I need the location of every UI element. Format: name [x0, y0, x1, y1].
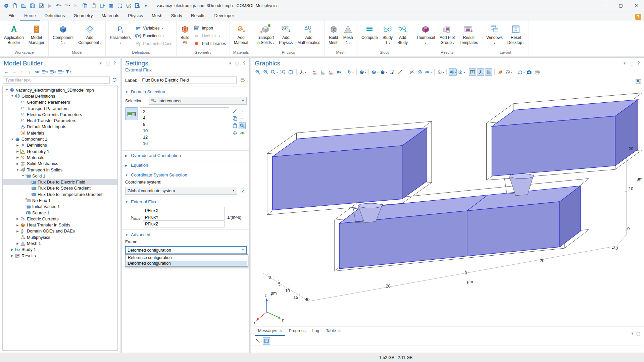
add-component-button[interactable]: AddComponent ▾ [76, 22, 104, 50]
tree-item[interactable]: PiHeat Transfer Parameters [3, 117, 117, 123]
tree-item[interactable]: PiTransport Parameters [3, 105, 117, 111]
color-theme-button[interactable]: ▾ [505, 68, 513, 76]
rotate-view-button[interactable]: ↻▾ [347, 68, 354, 76]
tree-item[interactable]: DInitial Values 1 [3, 204, 117, 210]
show-bounding-box-button[interactable] [469, 68, 476, 76]
ribbon-tab-geometry[interactable]: Geometry [69, 11, 97, 21]
expand-arrow-icon[interactable]: ▶ [15, 217, 20, 220]
tree-item[interactable]: ▶Materials [3, 154, 117, 160]
study-1-button[interactable]: Study1 ▾ [380, 22, 395, 50]
import-button[interactable]: Import [194, 25, 226, 32]
ribbon-tab-file[interactable]: File [4, 11, 20, 21]
model-tree-node-text-button[interactable]: ▾ [57, 68, 64, 75]
go-back-button[interactable]: ← [3, 68, 10, 75]
save-button[interactable] [28, 1, 37, 10]
tree-item[interactable]: ▼vacancy_electromigration_3Dmodel.mph [3, 87, 117, 93]
view-unhidden-button[interactable]: ▾ [424, 68, 432, 76]
parameters-button[interactable]: PiParameters▾ [107, 22, 133, 50]
environment-reflections-button[interactable]: ▾ [517, 68, 525, 76]
build-mesh-button[interactable]: BuildMesh [326, 22, 341, 50]
thumbnail-button[interactable]: Thumbnail▾ [414, 22, 437, 50]
pointer-icon[interactable] [254, 337, 261, 345]
expand-arrow-icon[interactable]: ▶ [15, 144, 20, 147]
add-study-button[interactable]: AddStudy [395, 22, 410, 50]
tree-item[interactable]: ▶Solid Mechanics [3, 161, 117, 167]
expand-arrow-icon[interactable]: ▶ [10, 248, 14, 251]
pin-panel-icon[interactable] [112, 61, 117, 65]
hide-selected-button[interactable] [408, 68, 415, 76]
go-to-source-icon[interactable] [239, 187, 247, 195]
add-mathematics-button[interactable]: ΔUAddMathematics [295, 22, 323, 50]
expand-arrow-icon[interactable]: ▶ [15, 242, 20, 245]
print-button[interactable] [534, 68, 541, 76]
filter-tree-button[interactable]: ▾ [65, 68, 71, 75]
tree-item[interactable]: Default Model Inputs [3, 124, 117, 130]
paste-selection-icon[interactable] [231, 122, 238, 129]
maximize-button[interactable]: ▢ [613, 0, 629, 11]
wireframe-rendering-button[interactable]: ▾ [437, 68, 445, 76]
windows-button[interactable]: Windows▾ [484, 22, 505, 50]
expand-arrow-icon[interactable]: ▶ [15, 156, 20, 159]
tree-item[interactable]: ▶Geometry 1 [3, 148, 117, 154]
transport-in-solids-button[interactable]: Transportin Solids ▾ [254, 22, 276, 50]
float-panel-icon[interactable]: ▢ [105, 61, 110, 65]
tree-item[interactable]: ▶Heat Transfer in Solids [3, 222, 117, 228]
fit-window-button[interactable] [287, 68, 294, 76]
panel-menu-icon[interactable]: ▾ [622, 61, 627, 65]
tab-log[interactable]: Log [309, 327, 323, 336]
tree-item[interactable]: DNo Flux 1 [3, 197, 117, 203]
collapse-all-button[interactable]: ▾ [49, 68, 56, 75]
collapse-arrow-icon[interactable]: ▼ [5, 88, 9, 92]
flux-field-z[interactable] [143, 220, 225, 227]
ribbon-tab-developer[interactable]: Developer [210, 11, 238, 21]
tab-messages[interactable]: Messages✕ [255, 327, 285, 336]
expand-arrow-icon[interactable]: ▶ [15, 229, 20, 233]
delete-button[interactable] [107, 1, 115, 10]
3d-scene[interactable]: 20µm100-40-2005µm101540200µm z x y [251, 77, 644, 326]
tree-item[interactable]: ▼Transport in Solids [3, 167, 117, 173]
expand-arrow-icon[interactable]: ▶ [10, 254, 14, 257]
transparency-button[interactable]: ▾ [457, 68, 465, 76]
application-builder-button[interactable]: AApplicationBuilder [2, 22, 26, 50]
float-panel-icon[interactable]: ▢ [629, 61, 634, 65]
build-all-button[interactable]: BuildAll [178, 22, 192, 50]
ribbon-tab-definitions[interactable]: Definitions [40, 11, 69, 21]
ribbon-tab-study[interactable]: Study [167, 11, 187, 21]
scene-objects-button[interactable]: ▾ [359, 68, 367, 76]
tree-item[interactable]: Flux Due to Temperature Gradient [3, 191, 117, 197]
active-toggle-button[interactable] [125, 107, 138, 120]
ribbon-tab-physics[interactable]: Physics [123, 11, 147, 21]
pin-panel-icon[interactable] [636, 61, 641, 65]
refresh-icon[interactable] [112, 77, 117, 83]
scene-light-off-button[interactable] [497, 68, 504, 76]
rename-node-icon[interactable] [239, 76, 247, 84]
selection-list-item[interactable]: 2 [140, 108, 229, 115]
view-xz-button[interactable]: xz [327, 68, 335, 76]
add-material-button[interactable]: AddMaterial [232, 22, 251, 50]
undo-button[interactable]: ↶▾ [54, 1, 63, 10]
expand-arrow-icon[interactable]: ▶ [15, 162, 20, 165]
reset-desktop-button[interactable]: CResetDesktop ▾ [505, 22, 527, 50]
tree-item[interactable]: PiElectric Currents Parameters [3, 111, 117, 117]
float-panel-icon[interactable]: ▢ [235, 61, 240, 65]
tree-item[interactable]: Materials [3, 130, 117, 136]
collapse-arrow-icon[interactable]: ▼ [21, 174, 25, 177]
copy-button[interactable] [81, 1, 89, 10]
tree-item[interactable]: ▶≡Definitions [3, 142, 117, 148]
move-down-button[interactable]: ↓ [26, 68, 33, 75]
selection-list-item[interactable]: 8 [140, 121, 229, 127]
tree-item[interactable]: ▶+−Electric Currents [3, 216, 117, 222]
component-1-button[interactable]: Component1 ▾ [50, 22, 76, 50]
panel-menu-icon[interactable]: ▾ [228, 61, 233, 65]
tree-item[interactable]: ▼DSolid 1 [3, 173, 117, 179]
collapse-arrow-icon[interactable]: ▼ [10, 138, 14, 141]
remove-from-selection-icon[interactable]: − [239, 115, 246, 122]
tab-table[interactable]: Table✕ [323, 327, 344, 336]
minimize-button[interactable]: – [598, 0, 613, 11]
scene-light-button[interactable]: ▾ [449, 68, 457, 76]
float-panel-icon[interactable]: ▢ [636, 331, 640, 336]
tree-item[interactable]: Flux Due to Stress Gradient [3, 185, 117, 191]
help-button[interactable]: ? [635, 14, 641, 20]
section-external-flux[interactable]: ▼External Flux [125, 199, 247, 204]
view-orientation-button[interactable]: ▾ [299, 68, 307, 76]
